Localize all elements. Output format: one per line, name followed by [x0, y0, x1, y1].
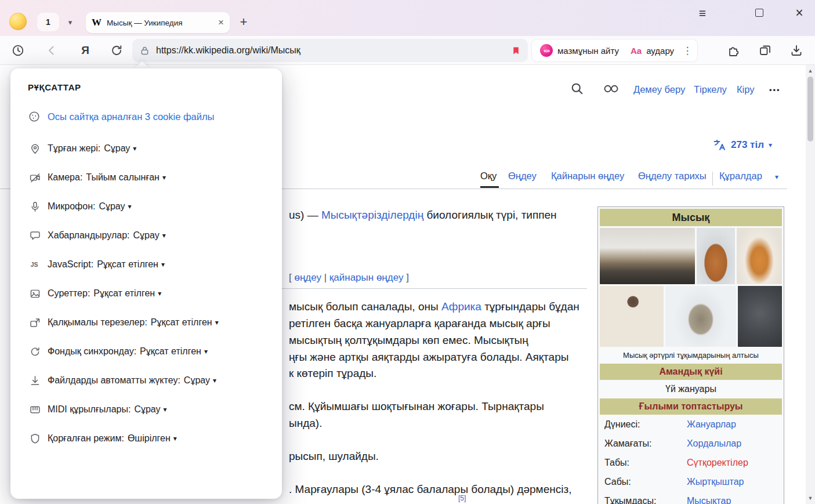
address-bar[interactable]: https://kk.wikipedia.org/wiki/Мысық	[132, 39, 528, 62]
permission-row-images[interactable]: Суреттер:Рұқсат етілген	[28, 285, 271, 302]
cat-photo-2[interactable]	[697, 228, 735, 284]
wiki-search-icon[interactable]	[570, 81, 584, 96]
wiki-appearance-icon[interactable]	[603, 84, 619, 94]
permission-row-camera[interactable]: Камера:Тыйым салынған	[28, 169, 271, 186]
permission-row-background-sync[interactable]: Фондық синхрондау:Рұқсат етілген	[28, 343, 271, 360]
cookies-row[interactable]: Осы сайтқа арналған 3 cookie файлы	[28, 110, 214, 123]
africa-link[interactable]: Африка	[441, 300, 481, 313]
paragraph-line: . Марғаулары (3-4 ұялас балалары болады)…	[289, 483, 571, 496]
translate-icon	[631, 46, 642, 56]
wiki-user-menu-icon[interactable]	[769, 86, 781, 95]
window-maximize-button[interactable]	[755, 9, 763, 17]
wiki-register-link[interactable]: Тіркелу	[694, 84, 727, 95]
wikipedia-favicon-icon: W	[92, 17, 102, 28]
tab-history[interactable]: Өңделу тарихы	[638, 171, 707, 182]
tab-close-icon[interactable]	[218, 17, 224, 28]
language-selector-button[interactable]: 273 тіл ▾	[712, 138, 772, 152]
permission-row-microphone[interactable]: Микрофон:Сұрау	[28, 198, 271, 215]
taxonomy-value-link[interactable]: Жануарлар	[687, 419, 736, 430]
cat-photo-6[interactable]	[738, 286, 782, 347]
permission-row-javascript[interactable]: JS JavaScript:Рұқсат етілген	[28, 256, 271, 273]
permissions-panel: РҰҚСАТТАР Осы сайтқа арналған 3 cookie ф…	[10, 68, 282, 499]
dropdown-caret-icon[interactable]	[162, 173, 166, 182]
back-icon[interactable]	[44, 43, 59, 58]
scrollbar-down-icon[interactable]	[806, 494, 815, 503]
reload-icon[interactable]	[109, 43, 124, 58]
cat-photo-3[interactable]	[737, 228, 782, 284]
tab-edit-source[interactable]: Қайнарын өңдеу	[551, 171, 624, 182]
dropdown-caret-icon[interactable]	[128, 202, 132, 211]
wiki-donate-link[interactable]: Демеу беру	[633, 84, 685, 95]
images-icon	[28, 287, 42, 300]
dropdown-caret-icon[interactable]	[173, 434, 177, 443]
location-icon	[28, 142, 42, 155]
extensions-icon[interactable]	[726, 43, 741, 58]
tab-read[interactable]: Оқу	[480, 171, 497, 182]
page-actions-more-icon[interactable]	[680, 41, 695, 60]
permission-row-popups[interactable]: Қалқымалы терезелер:Рұқсат етілген	[28, 314, 271, 331]
history-icon[interactable]	[10, 43, 26, 58]
browser-toolbar: Я https://kk.wikipedia.org/wiki/Мысық ма…	[0, 36, 815, 65]
paragraph-line: см. Құйымшағы шоқтығынан жоғары. Тырнақт…	[289, 400, 544, 413]
permission-row-protected-mode[interactable]: Қорғалған режим:Өшірілген	[28, 430, 271, 447]
dropdown-caret-icon[interactable]	[164, 405, 167, 414]
taxonomy-value-link[interactable]: Мысықтар	[687, 496, 731, 504]
bookmark-icon[interactable]	[511, 45, 521, 57]
paragraph-line: ретілген басқа жануарларға қарағанда мыс…	[289, 317, 550, 330]
tab-edit[interactable]: Өңдеу	[508, 171, 537, 182]
browser-tab-active[interactable]: W Мысық — Уикипедия	[86, 12, 230, 33]
permission-row-auto-download[interactable]: Файлдарды автоматты жүктеу:Сұрау	[28, 372, 271, 389]
felidae-link[interactable]: Мысықтәрізділердің	[321, 209, 423, 221]
paragraph-line: мысық болып саналады, оны Африка тұрғынд…	[289, 300, 579, 313]
url-text[interactable]: https://kk.wikipedia.org/wiki/Мысық	[156, 45, 511, 56]
site-lock-icon[interactable]	[139, 45, 150, 56]
cookies-link[interactable]: Осы сайтқа арналған 3 cookie файлы	[48, 111, 214, 122]
downloads-icon[interactable]	[789, 43, 804, 58]
javascript-icon: JS	[28, 258, 42, 271]
tools-chevron-icon[interactable]: ▾	[775, 173, 778, 181]
dropdown-caret-icon[interactable]	[215, 318, 219, 327]
section-edit-source-link[interactable]: қайнарын өңдеу	[329, 272, 404, 283]
tools-menu[interactable]: Құралдар	[719, 171, 762, 182]
taxonomy-value-link[interactable]: Сүтқоректілер	[687, 458, 748, 468]
dropdown-caret-icon[interactable]	[204, 347, 208, 356]
dropdown-caret-icon[interactable]	[158, 289, 161, 298]
dropdown-caret-icon[interactable]	[162, 231, 166, 240]
infobox-caption: Мысық әртүрлі тұқымдарының алтысы	[600, 347, 782, 364]
notifications-icon	[28, 229, 42, 242]
dropdown-caret-icon[interactable]	[133, 144, 136, 153]
section-edit-links: [ өңдеу | қайнарын өңдеу ]	[289, 272, 409, 284]
tab-group-chevron-icon[interactable]	[63, 14, 78, 30]
window-menu-icon[interactable]	[694, 5, 711, 22]
taxonomy-value-link[interactable]: Жыртқыштар	[687, 477, 744, 487]
wiki-login-link[interactable]: Кіру	[737, 84, 755, 95]
language-chevron-icon: ▾	[769, 141, 772, 149]
permission-row-midi[interactable]: MIDI құрылғылары:Сұрау	[28, 401, 271, 418]
new-tab-button[interactable]	[236, 14, 252, 30]
page-actions-group: мазмұнын айту аудару	[531, 39, 698, 62]
taxonomy-value-link[interactable]: Хордалылар	[687, 438, 741, 449]
section-edit-link[interactable]: өңдеу	[294, 272, 321, 283]
scrollbar-thumb[interactable]	[807, 77, 813, 142]
page-scrollbar[interactable]	[806, 65, 815, 504]
translate-button[interactable]: аудару	[625, 41, 680, 60]
paragraph-line: мысықтың қолтұқымдары көп емес. Мысықтың	[289, 334, 528, 347]
tab-group-counter[interactable]: 1	[37, 13, 59, 31]
read-aloud-button[interactable]: мазмұнын айту	[534, 41, 625, 60]
cat-photo-5[interactable]	[665, 286, 736, 347]
dropdown-caret-icon[interactable]	[161, 260, 165, 269]
cat-photo-4[interactable]	[600, 286, 664, 347]
dropdown-caret-icon[interactable]	[213, 376, 216, 385]
cat-photo-1[interactable]	[600, 228, 695, 284]
midi-icon	[28, 403, 42, 416]
footnote-link[interactable]: [5]	[458, 494, 466, 502]
yandex-search-icon[interactable]: Я	[78, 43, 93, 58]
status-value: Үй жануары	[600, 380, 782, 398]
permission-row-location[interactable]: Тұрған жері:Сұрау	[28, 140, 271, 157]
collections-icon[interactable]	[758, 43, 773, 58]
window-close-button[interactable]	[790, 3, 809, 22]
permission-row-notifications[interactable]: Хабарландырулар:Сұрау	[28, 227, 271, 244]
scrollbar-up-icon[interactable]	[806, 66, 815, 75]
profile-avatar[interactable]	[9, 13, 27, 30]
auto-download-icon	[28, 374, 42, 387]
